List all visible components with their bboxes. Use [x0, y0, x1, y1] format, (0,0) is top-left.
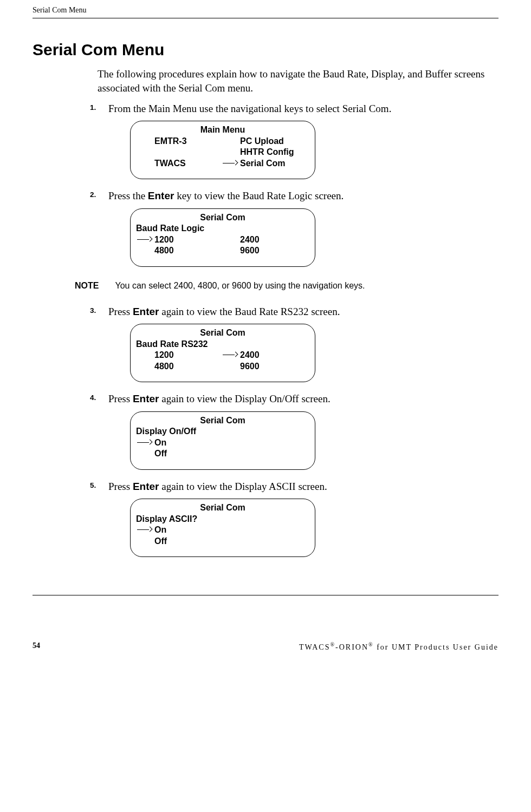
note-text: You can select 2400, 4800, or 9600 by us… [115, 281, 365, 290]
lcd-subtitle: Display ASCII? [136, 514, 315, 525]
intro-paragraph: The following procedures explain how to … [98, 67, 498, 95]
registered-icon: ® [330, 641, 335, 647]
key-name: Enter [133, 306, 159, 317]
lcd-title: Serial Com [131, 415, 315, 426]
lcd-title: Serial Com [131, 328, 315, 338]
lcd-subtitle: Display On/Off [136, 426, 315, 437]
baud-option: 9600 [239, 245, 260, 256]
toggle-option-selected: On [153, 437, 214, 448]
baud-option: 4800 [153, 245, 214, 256]
step-3: 3. Press Enter again to view the Baud Ra… [108, 305, 498, 383]
step-2: 2. Press the Enter key to view the Baud … [108, 189, 498, 267]
note-label: NOTE [75, 281, 99, 290]
key-name: Enter [148, 190, 174, 201]
header-rule [33, 18, 498, 18]
arrow-right-icon [223, 352, 238, 358]
lcd-subtitle: Baud Rate RS232 [136, 339, 315, 350]
key-name: Enter [133, 481, 159, 492]
menu-item [153, 147, 214, 158]
page-footer: 54 TWACS®-ORION® for UMT Products User G… [33, 639, 498, 653]
step-5: 5. Press Enter again to view the Display… [108, 480, 498, 558]
lcd-main-menu: Main Menu EMTR-3 PC Upload HHTR Config T… [130, 121, 315, 179]
step-text: Press the Enter key to view the Baud Rat… [108, 190, 344, 201]
baud-option: 9600 [239, 361, 260, 372]
lcd-display-ascii: Serial Com Display ASCII? On Off [130, 499, 315, 557]
page-number: 54 [33, 641, 40, 653]
menu-item: EMTR-3 [153, 136, 214, 147]
toggle-option: Off [153, 448, 214, 459]
menu-item: TWACS [153, 158, 214, 169]
baud-option: 4800 [153, 361, 214, 372]
running-head: Serial Com Menu [33, 0, 498, 18]
step-text: Press Enter again to view the Display AS… [108, 481, 327, 492]
baud-option: 1200 [153, 234, 214, 245]
menu-item-selected: Serial Com [239, 158, 286, 169]
lcd-title: Serial Com [131, 212, 315, 223]
step-text: Press Enter again to view the Display On… [108, 393, 331, 404]
registered-icon: ® [368, 641, 374, 647]
arrow-right-icon [223, 161, 238, 166]
baud-option-selected: 2400 [239, 350, 260, 361]
step-4: 4. Press Enter again to view the Display… [108, 392, 498, 470]
step-1: 1. From the Main Menu use the navigation… [108, 102, 498, 180]
step-number: 3. [90, 306, 96, 316]
baud-option: 2400 [239, 234, 260, 245]
footer-text: TWACS®-ORION® for UMT Products User Guid… [299, 641, 498, 653]
lcd-baud-rate-rs232: Serial Com Baud Rate RS232 1200 2400 480… [130, 324, 315, 382]
lcd-title: Main Menu [131, 125, 315, 135]
lcd-title: Serial Com [131, 502, 315, 513]
key-name: Enter [133, 393, 159, 404]
step-text: Press Enter again to view the Baud Rate … [108, 306, 340, 317]
arrow-right-icon [137, 527, 152, 533]
lcd-subtitle: Baud Rate Logic [136, 223, 315, 234]
step-number: 4. [90, 393, 96, 403]
menu-item: HHTR Config [239, 147, 294, 158]
lcd-display-on-off: Serial Com Display On/Off On Off [130, 411, 315, 470]
baud-option: 1200 [153, 350, 214, 361]
toggle-option-selected: On [153, 525, 214, 535]
step-number: 2. [90, 190, 96, 200]
lcd-baud-rate-logic: Serial Com Baud Rate Logic 1200 2400 480… [130, 208, 315, 267]
step-number: 5. [90, 481, 96, 490]
page-title: Serial Com Menu [33, 39, 498, 61]
toggle-option: Off [153, 536, 214, 547]
footer-rule [33, 595, 498, 595]
step-text: From the Main Menu use the navigational … [108, 103, 391, 114]
note: NOTEYou can select 2400, 4800, or 9600 b… [75, 280, 498, 292]
arrow-right-icon [137, 440, 152, 446]
arrow-right-icon [137, 237, 152, 243]
menu-item: PC Upload [239, 136, 284, 147]
step-number: 1. [90, 103, 96, 113]
